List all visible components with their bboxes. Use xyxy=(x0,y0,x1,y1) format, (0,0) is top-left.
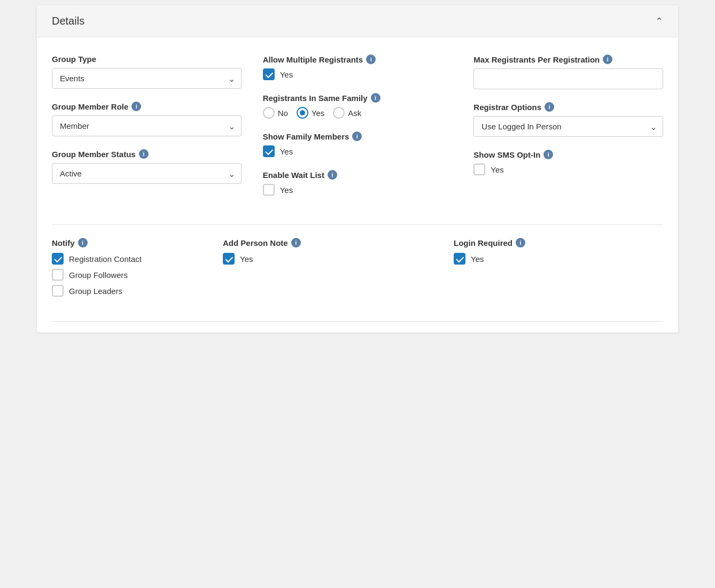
show-family-checkbox[interactable] xyxy=(263,145,275,157)
allow-multiple-checkbox[interactable] xyxy=(263,68,275,80)
card-header: Details ⌃ xyxy=(37,5,678,37)
show-sms-field: Show SMS Opt-In i Yes xyxy=(473,150,663,175)
bottom-divider xyxy=(52,321,663,322)
group-member-role-select[interactable]: Member Leader Attendee xyxy=(52,115,242,136)
radio-ask[interactable] xyxy=(333,107,345,119)
allow-multiple-info-icon: i xyxy=(366,55,376,64)
allow-multiple-yes-label: Yes xyxy=(280,70,293,79)
add-person-note-col: Add Person Note i Yes xyxy=(223,238,432,300)
collapse-icon[interactable]: ⌃ xyxy=(655,16,663,27)
bottom-section: Notify i Registration Contact Group Foll… xyxy=(52,238,663,311)
registrar-options-label: Registrar Options i xyxy=(473,102,663,112)
enable-wait-list-checkbox-row: Yes xyxy=(263,184,453,196)
show-sms-info-icon: i xyxy=(543,150,553,159)
registrar-options-select[interactable]: Use Logged In Person Ask None xyxy=(473,116,663,137)
notify-info-icon: i xyxy=(78,238,88,247)
add-person-note-checkbox-row: Yes xyxy=(223,253,432,265)
group-followers-checkbox[interactable] xyxy=(52,269,64,281)
show-family-field: Show Family Members i Yes xyxy=(263,131,453,157)
group-member-role-info-icon: i xyxy=(131,102,141,111)
login-required-col: Login Required i Yes xyxy=(454,238,663,300)
show-sms-yes-label: Yes xyxy=(491,165,503,174)
notify-label: Notify i xyxy=(52,238,201,247)
add-person-note-checkbox[interactable] xyxy=(223,253,235,265)
show-family-label: Show Family Members i xyxy=(263,131,453,141)
max-registrants-label: Max Registrants Per Registration i xyxy=(473,55,663,64)
registrar-options-field: Registrar Options i Use Logged In Person… xyxy=(473,102,663,137)
radio-yes-item[interactable]: Yes xyxy=(297,107,324,119)
group-leaders-label: Group Leaders xyxy=(69,287,122,296)
group-member-role-label: Group Member Role i xyxy=(52,102,242,111)
card-title: Details xyxy=(52,15,84,27)
group-member-status-select-wrapper: Active Inactive Pending ⌄ xyxy=(52,163,242,184)
section-divider xyxy=(52,225,663,225)
details-card: Details ⌃ Group Type Events Small Groups… xyxy=(37,5,678,332)
registration-contact-label: Registration Contact xyxy=(69,254,142,264)
allow-multiple-field: Allow Multiple Registrants i Yes xyxy=(263,55,453,80)
add-person-note-label: Add Person Note i xyxy=(223,238,432,247)
notify-col: Notify i Registration Contact Group Foll… xyxy=(52,238,201,300)
group-followers-row: Group Followers xyxy=(52,269,201,281)
radio-ask-label: Ask xyxy=(348,109,361,118)
group-followers-label: Group Followers xyxy=(69,270,128,280)
registrants-same-family-radio-group: No Yes Ask xyxy=(263,107,453,119)
show-family-yes-label: Yes xyxy=(280,147,293,156)
login-required-checkbox[interactable] xyxy=(454,253,465,265)
max-registrants-info-icon: i xyxy=(603,55,612,64)
group-member-role-field: Group Member Role i Member Leader Attend… xyxy=(52,102,242,136)
enable-wait-list-checkbox[interactable] xyxy=(263,184,275,196)
show-sms-checkbox-row: Yes xyxy=(473,164,663,175)
radio-ask-item[interactable]: Ask xyxy=(333,107,361,119)
allow-multiple-checkbox-row: Yes xyxy=(263,68,453,80)
group-leaders-row: Group Leaders xyxy=(52,285,201,297)
registrants-same-family-info-icon: i xyxy=(371,93,380,103)
login-required-info-icon: i xyxy=(516,238,525,247)
registrar-options-info-icon: i xyxy=(545,102,554,112)
login-required-checkbox-row: Yes xyxy=(454,253,663,265)
show-sms-label: Show SMS Opt-In i xyxy=(473,150,663,159)
group-member-status-field: Group Member Status i Active Inactive Pe… xyxy=(52,149,242,184)
radio-no-item[interactable]: No xyxy=(263,107,288,119)
radio-no[interactable] xyxy=(263,107,275,119)
show-sms-checkbox[interactable] xyxy=(473,164,485,175)
group-type-select-wrapper: Events Small Groups Serving Teams ⌄ xyxy=(52,68,242,89)
radio-no-label: No xyxy=(278,109,288,118)
enable-wait-list-field: Enable Wait List i Yes xyxy=(263,170,453,196)
show-family-info-icon: i xyxy=(352,131,362,141)
radio-yes-label: Yes xyxy=(312,109,324,118)
login-required-yes-label: Yes xyxy=(471,254,484,264)
enable-wait-list-label: Enable Wait List i xyxy=(263,170,453,180)
group-member-status-info-icon: i xyxy=(139,149,149,159)
col2: Allow Multiple Registrants i Yes Registr… xyxy=(263,55,453,208)
group-member-status-label: Group Member Status i xyxy=(52,149,242,159)
group-leaders-checkbox[interactable] xyxy=(52,285,64,297)
group-type-select[interactable]: Events Small Groups Serving Teams xyxy=(52,68,242,89)
top-section: Group Type Events Small Groups Serving T… xyxy=(52,55,663,208)
registrants-same-family-field: Registrants In Same Family i No Yes xyxy=(263,93,453,119)
group-type-label: Group Type xyxy=(52,55,242,64)
registration-contact-checkbox[interactable] xyxy=(52,253,64,265)
group-type-field: Group Type Events Small Groups Serving T… xyxy=(52,55,242,89)
enable-wait-list-yes-label: Yes xyxy=(280,185,293,195)
registrants-same-family-label: Registrants In Same Family i xyxy=(263,93,453,103)
add-person-note-yes-label: Yes xyxy=(240,254,253,264)
show-family-checkbox-row: Yes xyxy=(263,145,453,157)
add-person-note-info-icon: i xyxy=(291,238,301,247)
card-body: Group Type Events Small Groups Serving T… xyxy=(37,37,678,332)
group-member-role-select-wrapper: Member Leader Attendee ⌄ xyxy=(52,115,242,136)
col1: Group Type Events Small Groups Serving T… xyxy=(52,55,242,208)
enable-wait-list-info-icon: i xyxy=(328,170,337,180)
radio-yes[interactable] xyxy=(297,107,308,119)
allow-multiple-label: Allow Multiple Registrants i xyxy=(263,55,453,64)
col3: Max Registrants Per Registration i Regis… xyxy=(473,55,663,208)
max-registrants-field: Max Registrants Per Registration i xyxy=(473,55,663,89)
registrar-options-select-wrapper: Use Logged In Person Ask None ⌄ xyxy=(473,116,663,137)
max-registrants-input[interactable] xyxy=(473,68,663,89)
group-member-status-select[interactable]: Active Inactive Pending xyxy=(52,163,242,184)
login-required-label: Login Required i xyxy=(454,238,663,247)
registration-contact-row: Registration Contact xyxy=(52,253,201,265)
